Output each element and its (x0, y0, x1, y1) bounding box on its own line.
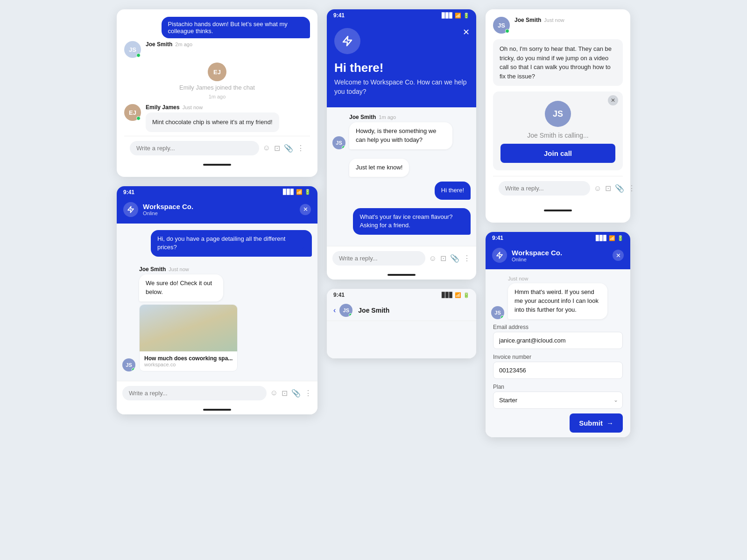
submit-button[interactable]: Submit → (570, 413, 623, 433)
agent-name-emily: Emily James (146, 104, 180, 111)
email-input[interactable] (493, 332, 623, 349)
link-card-url: workspace.co (144, 362, 233, 367)
link-card-title: How much does coworking spa... (144, 355, 233, 362)
emoji-icon-welcome[interactable]: ☺ (429, 254, 437, 263)
welcome-title: Hi there! (334, 61, 469, 75)
msg-out-hi-there: Hi there! (435, 182, 471, 200)
reply-bar-col1-top: ☺ ⊡ 📎 ⋮ (124, 136, 310, 160)
reply-input-col3-top[interactable] (499, 181, 590, 196)
more-icon-col3[interactable]: ⋮ (628, 184, 635, 193)
brand-icon-col3b (492, 248, 507, 263)
link-card[interactable]: How much does coworking spa... workspace… (139, 304, 238, 371)
attach-icon-welcome[interactable]: 📎 (450, 254, 459, 263)
svg-marker-0 (128, 206, 134, 212)
emoji-icon-col1b[interactable]: ☺ (270, 389, 278, 397)
emoji-icon[interactable]: ☺ (263, 144, 270, 152)
signal-icon-col3b: ▊▊▊ (596, 235, 607, 241)
brand-status-col1: Online (143, 210, 193, 216)
joe-time-welcome: 1m ago (379, 114, 396, 120)
svg-marker-2 (497, 252, 502, 258)
invoice-label: Invoice number (493, 354, 623, 360)
join-call-button[interactable]: Join call (500, 144, 615, 163)
svg-marker-1 (343, 36, 352, 46)
attach-icon-col1b[interactable]: 📎 (291, 389, 301, 398)
email-field-group: Email address (493, 324, 623, 349)
welcome-hero: ✕ Hi there! Welcome to Workspace Co. How… (327, 21, 476, 107)
brand-icon (123, 202, 138, 217)
more-icon[interactable]: ⋮ (297, 144, 304, 153)
plan-label: Plan (493, 384, 623, 390)
joe-name-welcome: Joe Smith (349, 114, 376, 120)
welcome-widget: 9:41 ▊▊▊ 📶 🔋 ✕ Hi there! Welcome to Work… (327, 9, 476, 280)
welcome-body: JS Joe Smith 1m ago Howdy, is there some… (327, 107, 476, 246)
image-icon[interactable]: ⊡ (274, 144, 280, 153)
emoji-icon-col3[interactable]: ☺ (594, 184, 601, 193)
wifi-icon-welcome: 📶 (455, 13, 461, 19)
avatar-joe-col3: JS (493, 17, 510, 34)
more-icon-welcome[interactable]: ⋮ (463, 254, 471, 263)
image-icon-col1b[interactable]: ⊡ (282, 389, 288, 398)
status-icons: ▊▊▊ 📶 🔋 (283, 189, 311, 195)
agent-row-joe: JS Joe Smith 2m ago (124, 41, 310, 58)
join-notice: EJ Emily James joined the chat 1m ago (124, 58, 310, 104)
msg-out-partial: Pistachio hands down! But let's see what… (162, 17, 310, 38)
back-button[interactable]: ‹ (333, 306, 336, 315)
link-card-image (140, 305, 237, 351)
checkmark-col1b: ✓ (301, 245, 305, 252)
online-indicator (136, 53, 141, 57)
online-dot-welcome (342, 146, 345, 149)
battery-icon-col3b: 🔋 (617, 235, 624, 241)
agent-name-joe: Joe Smith (146, 41, 172, 48)
reply-bar-welcome: ☺ ⊡ 📎 ⋮ (327, 246, 476, 270)
signal-icon: ▊▊▊ (283, 189, 294, 195)
checkmark-icon: ✓ (299, 28, 303, 35)
battery-icon-col2b: 🔋 (463, 292, 470, 298)
image-icon-col3[interactable]: ⊡ (605, 184, 611, 193)
outgoing-msgs: Hi there! What's your fav ice cream flav… (332, 182, 471, 240)
plan-select-wrapper: Starter Pro Enterprise ⌄ (493, 392, 623, 409)
wifi-icon-col2b: 📶 (455, 292, 461, 298)
msg-in-welcome: Howdy, is there something we can help yo… (349, 122, 452, 149)
reply-input-col1b[interactable] (122, 386, 267, 400)
wifi-icon-col3b: 📶 (609, 235, 615, 241)
reply-input-col1-top[interactable] (130, 141, 259, 155)
msg-in-col1b: We sure do! Check it out below. (139, 274, 223, 301)
avatar-caller: JS (545, 101, 571, 127)
reply-bar-col1b: ☺ ⊡ 📎 ⋮ (117, 381, 317, 405)
attach-icon[interactable]: 📎 (284, 144, 293, 153)
agent-time-col3b: Just now (508, 276, 528, 281)
msg-out-col1b: Hi, do you have a page detailing all the… (151, 230, 312, 257)
attach-icon-col3[interactable]: 📎 (615, 184, 624, 193)
msg-in-row-joe-welcome: JS Joe Smith 1m ago Howdy, is there some… (332, 114, 471, 149)
msg-col3-top: Oh no, I'm sorry to hear that. They can … (493, 39, 623, 86)
agent-name-col2b: Joe Smith (358, 307, 389, 314)
signal-icon-col2b: ▊▊▊ (442, 292, 453, 298)
online-dot-col3b-inner (500, 315, 504, 319)
msg-out-icecream: What's your fav ice cream flavour? Askin… (353, 208, 471, 235)
call-card: ✕ JS Joe Smith is calling... Join call (493, 91, 623, 170)
brand-name-col3b: Workspace Co. (512, 249, 562, 257)
status-icons-col2b: ▊▊▊ 📶 🔋 (442, 292, 470, 298)
bottom-mobile-col2: 9:41 ▊▊▊ 📶 🔋 ‹ JS Joe Smith (327, 289, 476, 358)
caller-name: Joe Smith is calling... (527, 132, 589, 139)
msg-just-let-me-know: Just let me know! (349, 159, 409, 177)
agent-row-col3b: JS Just now Hmm that's weird. If you sen… (491, 276, 625, 319)
more-icon-col1b[interactable]: ⋮ (304, 389, 312, 398)
invoice-input[interactable] (493, 362, 623, 379)
call-close-button[interactable]: ✕ (608, 95, 618, 105)
plan-field-group: Plan Starter Pro Enterprise ⌄ (493, 384, 623, 409)
welcome-subtitle: Welcome to Workspace Co. How can we help… (334, 78, 469, 96)
agent-row-emily: EJ Emily James Just now Mint chocolate c… (124, 104, 310, 132)
image-icon-welcome[interactable]: ⊡ (440, 254, 446, 263)
close-button-welcome[interactable]: ✕ (463, 27, 470, 37)
signal-icon-welcome: ▊▊▊ (442, 13, 453, 19)
wifi-icon: 📶 (296, 189, 303, 195)
home-indicator (124, 160, 310, 169)
agent-time-joe: 2m ago (175, 42, 192, 47)
close-button-col3b[interactable]: ✕ (613, 250, 624, 261)
plan-select[interactable]: Starter Pro Enterprise (493, 392, 623, 409)
close-button-col1[interactable]: ✕ (300, 204, 311, 215)
reply-input-welcome[interactable] (332, 251, 425, 266)
agent-row-joe-col3: JS Joe Smith Just now (493, 17, 623, 34)
mobile-widget-col1-bottom: 9:41 ▊▊▊ 📶 🔋 Workspace Co. Online ✕ (117, 186, 317, 414)
